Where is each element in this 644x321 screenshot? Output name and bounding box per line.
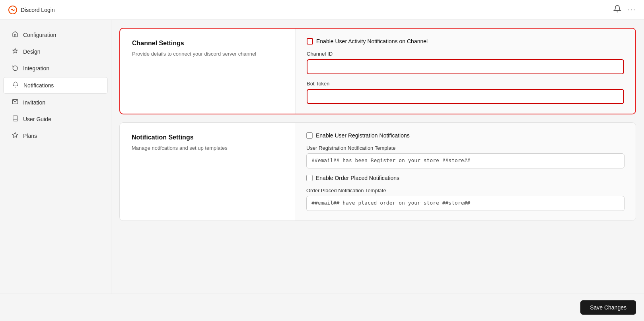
app-title: Discord Login xyxy=(21,7,55,13)
enable-channel-notifications-label: Enable User Activity Notifications on Ch… xyxy=(316,38,428,44)
notification-settings-right: Enable User Registration Notifications U… xyxy=(295,123,636,220)
sidebar-label-integration: Integration xyxy=(23,65,49,72)
app-body: Configuration Design Integration xyxy=(0,20,644,294)
channel-id-group: Channel ID xyxy=(307,51,624,74)
enable-channel-notifications-checkbox[interactable] xyxy=(307,38,313,44)
notification-settings-left: Notification Settings Manage notifcation… xyxy=(120,123,295,220)
order-template-input[interactable]: ##email## have placed order on your stor… xyxy=(306,196,625,211)
order-template-label: Order Placed Notification Template xyxy=(306,188,625,193)
channel-settings-title: Channel Settings xyxy=(132,40,283,47)
sidebar-label-invitation: Invitation xyxy=(23,99,45,106)
svg-marker-2 xyxy=(12,132,18,137)
enable-order-checkbox[interactable] xyxy=(306,175,313,181)
sidebar-label-notifications: Notifications xyxy=(23,82,54,89)
notification-settings-card: Notification Settings Manage notifcation… xyxy=(119,122,636,221)
enable-registration-label: Enable User Registration Notifications xyxy=(316,132,410,139)
enable-order-label: Enable Order Placed Notifications xyxy=(316,175,399,181)
bot-token-group: Bot Token xyxy=(307,81,624,104)
enable-channel-notifications-row: Enable User Activity Notifications on Ch… xyxy=(307,38,624,44)
bot-token-label: Bot Token xyxy=(307,81,624,87)
notifications-icon xyxy=(12,81,19,89)
enable-registration-checkbox[interactable] xyxy=(306,132,313,139)
channel-settings-desc: Provide details to connect your discord … xyxy=(132,50,283,58)
channel-settings-right: Enable User Activity Notifications on Ch… xyxy=(295,29,635,114)
sidebar: Configuration Design Integration xyxy=(0,20,111,294)
sidebar-label-user-guide: User Guide xyxy=(23,116,51,122)
invitation-icon xyxy=(11,99,19,106)
registration-template-group: User Registration Notification Template … xyxy=(306,145,625,168)
integration-icon xyxy=(11,64,19,72)
sidebar-item-plans[interactable]: Plans xyxy=(3,128,108,144)
enable-order-row: Enable Order Placed Notifications xyxy=(306,175,625,181)
sidebar-item-user-guide[interactable]: User Guide xyxy=(3,111,108,127)
sidebar-item-design[interactable]: Design xyxy=(3,44,108,60)
app-logo-icon xyxy=(8,5,18,15)
sidebar-label-plans: Plans xyxy=(23,133,37,139)
sidebar-label-configuration: Configuration xyxy=(23,32,56,38)
registration-template-input[interactable]: ##email## has been Register on your stor… xyxy=(306,153,625,168)
channel-settings-left: Channel Settings Provide details to conn… xyxy=(120,29,295,114)
channel-id-label: Channel ID xyxy=(307,51,624,57)
channel-settings-card: Channel Settings Provide details to conn… xyxy=(119,28,636,114)
registration-template-label: User Registration Notification Template xyxy=(306,145,625,151)
sidebar-item-configuration[interactable]: Configuration xyxy=(3,27,108,43)
book-icon xyxy=(11,115,19,123)
sidebar-item-notifications[interactable]: Notifications xyxy=(3,77,108,94)
notification-settings-title: Notification Settings xyxy=(132,134,283,141)
home-icon xyxy=(11,31,19,39)
save-button[interactable]: Save Changes xyxy=(580,300,636,315)
sidebar-item-integration[interactable]: Integration xyxy=(3,60,108,76)
enable-registration-row: Enable User Registration Notifications xyxy=(306,132,625,139)
main-content: Channel Settings Provide details to conn… xyxy=(111,20,644,294)
bell-icon[interactable] xyxy=(613,5,621,15)
topbar-left: Discord Login xyxy=(8,5,55,15)
topbar: Discord Login ··· xyxy=(0,0,644,20)
bot-token-input[interactable] xyxy=(307,89,624,104)
topbar-right: ··· xyxy=(613,5,636,15)
footer: Save Changes xyxy=(0,294,644,321)
notification-settings-desc: Manage notifcations and set up templates xyxy=(132,144,283,152)
sidebar-label-design: Design xyxy=(23,48,41,55)
channel-id-input[interactable] xyxy=(307,59,624,74)
more-icon[interactable]: ··· xyxy=(628,6,636,14)
plans-icon xyxy=(11,132,19,140)
sidebar-item-invitation[interactable]: Invitation xyxy=(3,95,108,110)
design-icon xyxy=(11,48,19,56)
order-template-group: Order Placed Notification Template ##ema… xyxy=(306,188,625,211)
